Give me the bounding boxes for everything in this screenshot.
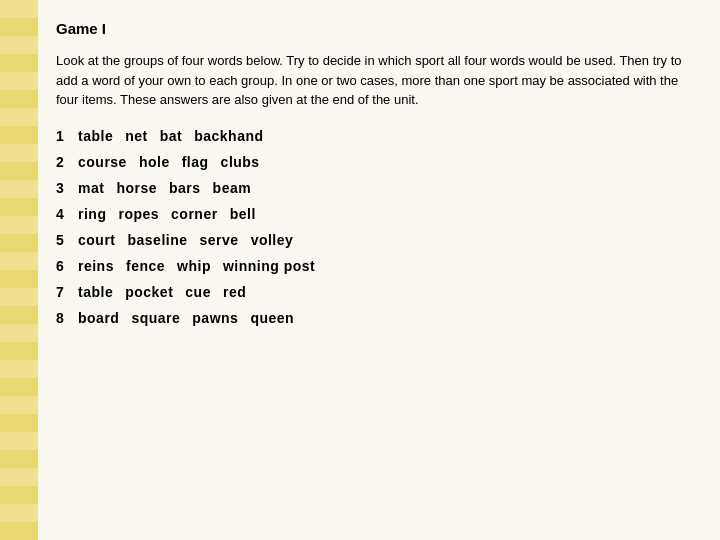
group-word: clubs bbox=[221, 154, 260, 170]
group-words: mathorsebarsbeam bbox=[78, 180, 263, 196]
group-words: courseholeflagclubs bbox=[78, 154, 272, 170]
group-words: ringropescornerbell bbox=[78, 206, 268, 222]
group-number: 8 bbox=[56, 310, 78, 326]
group-word: table bbox=[78, 128, 113, 144]
group-word: red bbox=[223, 284, 246, 300]
group-number: 4 bbox=[56, 206, 78, 222]
group-word: backhand bbox=[194, 128, 263, 144]
word-group-row: 8boardsquarepawnsqueen bbox=[56, 310, 696, 326]
group-number: 2 bbox=[56, 154, 78, 170]
group-word: baseline bbox=[128, 232, 188, 248]
word-groups: 1tablenetbatbackhand2courseholeflagclubs… bbox=[56, 128, 696, 326]
main-content: Game I Look at the groups of four words … bbox=[38, 0, 720, 540]
instructions: Look at the groups of four words below. … bbox=[56, 51, 696, 110]
word-group-row: 6reinsfencewhipwinning post bbox=[56, 258, 696, 274]
word-group-row: 4ringropescornerbell bbox=[56, 206, 696, 222]
group-word: corner bbox=[171, 206, 218, 222]
group-number: 5 bbox=[56, 232, 78, 248]
word-group-row: 1tablenetbatbackhand bbox=[56, 128, 696, 144]
word-group-row: 2courseholeflagclubs bbox=[56, 154, 696, 170]
group-word: course bbox=[78, 154, 127, 170]
group-number: 1 bbox=[56, 128, 78, 144]
group-word: volley bbox=[251, 232, 294, 248]
group-word: beam bbox=[213, 180, 252, 196]
group-word: serve bbox=[200, 232, 239, 248]
group-word: table bbox=[78, 284, 113, 300]
group-word: cue bbox=[185, 284, 211, 300]
group-number: 6 bbox=[56, 258, 78, 274]
game-title: Game I bbox=[56, 20, 696, 37]
group-word: mat bbox=[78, 180, 104, 196]
group-number: 3 bbox=[56, 180, 78, 196]
left-decoration bbox=[0, 0, 38, 540]
word-group-row: 3mathorsebarsbeam bbox=[56, 180, 696, 196]
group-word: hole bbox=[139, 154, 170, 170]
group-word: fence bbox=[126, 258, 165, 274]
group-word: pocket bbox=[125, 284, 173, 300]
group-word: bars bbox=[169, 180, 201, 196]
group-words: courtbaselineservevolley bbox=[78, 232, 305, 248]
group-words: tablenetbatbackhand bbox=[78, 128, 276, 144]
word-group-row: 5courtbaselineservevolley bbox=[56, 232, 696, 248]
group-word: flag bbox=[182, 154, 209, 170]
group-word: ring bbox=[78, 206, 106, 222]
group-word: ropes bbox=[118, 206, 159, 222]
group-word: queen bbox=[250, 310, 294, 326]
group-number: 7 bbox=[56, 284, 78, 300]
group-word: pawns bbox=[192, 310, 238, 326]
group-word: winning post bbox=[223, 258, 315, 274]
group-word: horse bbox=[116, 180, 157, 196]
group-word: square bbox=[131, 310, 180, 326]
group-words: boardsquarepawnsqueen bbox=[78, 310, 306, 326]
group-words: reinsfencewhipwinning post bbox=[78, 258, 327, 274]
group-word: whip bbox=[177, 258, 211, 274]
word-group-row: 7tablepocketcuered bbox=[56, 284, 696, 300]
group-word: net bbox=[125, 128, 148, 144]
group-words: tablepocketcuered bbox=[78, 284, 258, 300]
group-word: reins bbox=[78, 258, 114, 274]
group-word: court bbox=[78, 232, 116, 248]
group-word: bat bbox=[160, 128, 183, 144]
group-word: board bbox=[78, 310, 119, 326]
group-word: bell bbox=[230, 206, 256, 222]
